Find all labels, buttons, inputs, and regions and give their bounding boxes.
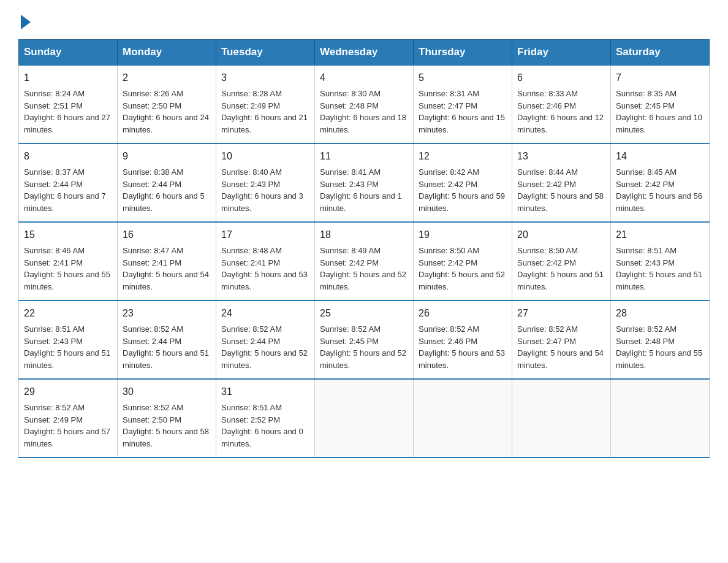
calendar-cell: 14Sunrise: 8:45 AMSunset: 2:42 PMDayligh… bbox=[611, 144, 710, 222]
calendar-week-row: 29Sunrise: 8:52 AMSunset: 2:49 PMDayligh… bbox=[19, 379, 710, 458]
day-info: Sunrise: 8:31 AMSunset: 2:47 PMDaylight:… bbox=[419, 89, 505, 134]
calendar-header-saturday: Saturday bbox=[611, 40, 710, 66]
day-number: 9 bbox=[123, 149, 211, 164]
day-number: 1 bbox=[24, 71, 112, 85]
day-info: Sunrise: 8:41 AMSunset: 2:43 PMDaylight:… bbox=[320, 167, 402, 213]
day-number: 6 bbox=[517, 71, 605, 85]
day-info: Sunrise: 8:45 AMSunset: 2:42 PMDaylight:… bbox=[616, 167, 702, 213]
day-info: Sunrise: 8:51 AMSunset: 2:52 PMDaylight:… bbox=[221, 403, 303, 448]
calendar-cell: 8Sunrise: 8:37 AMSunset: 2:44 PMDaylight… bbox=[19, 144, 118, 222]
day-info: Sunrise: 8:50 AMSunset: 2:42 PMDaylight:… bbox=[517, 246, 604, 291]
day-info: Sunrise: 8:37 AMSunset: 2:44 PMDaylight:… bbox=[24, 167, 106, 213]
day-info: Sunrise: 8:35 AMSunset: 2:45 PMDaylight:… bbox=[616, 89, 702, 134]
day-info: Sunrise: 8:50 AMSunset: 2:42 PMDaylight:… bbox=[419, 246, 505, 291]
day-info: Sunrise: 8:44 AMSunset: 2:42 PMDaylight:… bbox=[517, 167, 604, 213]
calendar-cell bbox=[512, 379, 611, 458]
day-number: 23 bbox=[123, 306, 211, 321]
day-number: 2 bbox=[123, 71, 211, 85]
calendar-cell: 7Sunrise: 8:35 AMSunset: 2:45 PMDaylight… bbox=[611, 65, 710, 144]
calendar-header-friday: Friday bbox=[512, 40, 611, 66]
day-info: Sunrise: 8:52 AMSunset: 2:47 PMDaylight:… bbox=[517, 324, 604, 370]
day-info: Sunrise: 8:33 AMSunset: 2:46 PMDaylight:… bbox=[517, 89, 604, 134]
day-info: Sunrise: 8:46 AMSunset: 2:41 PMDaylight:… bbox=[24, 246, 110, 291]
calendar-week-row: 8Sunrise: 8:37 AMSunset: 2:44 PMDaylight… bbox=[19, 144, 710, 222]
day-info: Sunrise: 8:52 AMSunset: 2:44 PMDaylight:… bbox=[123, 324, 209, 370]
calendar-cell: 22Sunrise: 8:51 AMSunset: 2:43 PMDayligh… bbox=[19, 301, 118, 379]
day-info: Sunrise: 8:52 AMSunset: 2:44 PMDaylight:… bbox=[221, 324, 308, 370]
day-number: 20 bbox=[517, 228, 605, 242]
calendar-cell: 16Sunrise: 8:47 AMSunset: 2:41 PMDayligh… bbox=[118, 222, 216, 301]
day-info: Sunrise: 8:30 AMSunset: 2:48 PMDaylight:… bbox=[320, 89, 406, 134]
calendar-cell: 23Sunrise: 8:52 AMSunset: 2:44 PMDayligh… bbox=[118, 301, 216, 379]
day-number: 19 bbox=[419, 228, 507, 242]
calendar-cell: 11Sunrise: 8:41 AMSunset: 2:43 PMDayligh… bbox=[315, 144, 414, 222]
calendar-cell: 2Sunrise: 8:26 AMSunset: 2:50 PMDaylight… bbox=[118, 65, 216, 144]
day-number: 3 bbox=[221, 71, 309, 85]
calendar-cell: 1Sunrise: 8:24 AMSunset: 2:51 PMDaylight… bbox=[19, 65, 118, 144]
day-number: 15 bbox=[24, 228, 112, 242]
calendar-cell bbox=[611, 379, 710, 458]
calendar-table: SundayMondayTuesdayWednesdayThursdayFrid… bbox=[18, 39, 710, 458]
day-number: 29 bbox=[24, 385, 112, 399]
calendar-cell: 3Sunrise: 8:28 AMSunset: 2:49 PMDaylight… bbox=[216, 65, 315, 144]
calendar-cell: 31Sunrise: 8:51 AMSunset: 2:52 PMDayligh… bbox=[216, 379, 315, 458]
day-info: Sunrise: 8:48 AMSunset: 2:41 PMDaylight:… bbox=[221, 246, 308, 291]
calendar-cell bbox=[315, 379, 414, 458]
day-info: Sunrise: 8:47 AMSunset: 2:41 PMDaylight:… bbox=[123, 246, 209, 291]
day-number: 7 bbox=[616, 71, 704, 85]
calendar-header-thursday: Thursday bbox=[414, 40, 512, 66]
day-number: 4 bbox=[320, 71, 408, 85]
calendar-cell: 17Sunrise: 8:48 AMSunset: 2:41 PMDayligh… bbox=[216, 222, 315, 301]
day-number: 24 bbox=[221, 306, 309, 321]
day-info: Sunrise: 8:40 AMSunset: 2:43 PMDaylight:… bbox=[221, 167, 303, 213]
calendar-week-row: 1Sunrise: 8:24 AMSunset: 2:51 PMDaylight… bbox=[19, 65, 710, 144]
day-info: Sunrise: 8:52 AMSunset: 2:46 PMDaylight:… bbox=[419, 324, 505, 370]
calendar-cell: 24Sunrise: 8:52 AMSunset: 2:44 PMDayligh… bbox=[216, 301, 315, 379]
day-info: Sunrise: 8:51 AMSunset: 2:43 PMDaylight:… bbox=[616, 246, 702, 291]
day-number: 31 bbox=[221, 385, 309, 399]
day-info: Sunrise: 8:24 AMSunset: 2:51 PMDaylight:… bbox=[24, 89, 110, 134]
day-number: 11 bbox=[320, 149, 408, 164]
calendar-cell bbox=[414, 379, 512, 458]
day-number: 13 bbox=[517, 149, 605, 164]
logo bbox=[18, 12, 31, 27]
day-info: Sunrise: 8:42 AMSunset: 2:42 PMDaylight:… bbox=[419, 167, 505, 213]
calendar-header-tuesday: Tuesday bbox=[216, 40, 315, 66]
calendar-header-wednesday: Wednesday bbox=[315, 40, 414, 66]
day-info: Sunrise: 8:49 AMSunset: 2:42 PMDaylight:… bbox=[320, 246, 406, 291]
calendar-cell: 21Sunrise: 8:51 AMSunset: 2:43 PMDayligh… bbox=[611, 222, 710, 301]
day-number: 10 bbox=[221, 149, 309, 164]
day-number: 16 bbox=[123, 228, 211, 242]
day-info: Sunrise: 8:52 AMSunset: 2:49 PMDaylight:… bbox=[24, 403, 110, 448]
calendar-cell: 27Sunrise: 8:52 AMSunset: 2:47 PMDayligh… bbox=[512, 301, 611, 379]
calendar-cell: 12Sunrise: 8:42 AMSunset: 2:42 PMDayligh… bbox=[414, 144, 512, 222]
calendar-cell: 28Sunrise: 8:52 AMSunset: 2:48 PMDayligh… bbox=[611, 301, 710, 379]
calendar-cell: 26Sunrise: 8:52 AMSunset: 2:46 PMDayligh… bbox=[414, 301, 512, 379]
day-info: Sunrise: 8:52 AMSunset: 2:45 PMDaylight:… bbox=[320, 324, 406, 370]
calendar-week-row: 15Sunrise: 8:46 AMSunset: 2:41 PMDayligh… bbox=[19, 222, 710, 301]
day-number: 17 bbox=[221, 228, 309, 242]
day-number: 25 bbox=[320, 306, 408, 321]
day-number: 30 bbox=[123, 385, 211, 399]
calendar-cell: 13Sunrise: 8:44 AMSunset: 2:42 PMDayligh… bbox=[512, 144, 611, 222]
calendar-cell: 18Sunrise: 8:49 AMSunset: 2:42 PMDayligh… bbox=[315, 222, 414, 301]
day-info: Sunrise: 8:38 AMSunset: 2:44 PMDaylight:… bbox=[123, 167, 205, 213]
day-number: 22 bbox=[24, 306, 112, 321]
day-number: 18 bbox=[320, 228, 408, 242]
day-number: 28 bbox=[616, 306, 704, 321]
day-number: 5 bbox=[419, 71, 507, 85]
day-info: Sunrise: 8:28 AMSunset: 2:49 PMDaylight:… bbox=[221, 89, 308, 134]
logo-arrow-icon bbox=[21, 15, 31, 29]
calendar-cell: 25Sunrise: 8:52 AMSunset: 2:45 PMDayligh… bbox=[315, 301, 414, 379]
page-header bbox=[18, 12, 710, 27]
day-number: 21 bbox=[616, 228, 704, 242]
calendar-cell: 9Sunrise: 8:38 AMSunset: 2:44 PMDaylight… bbox=[118, 144, 216, 222]
calendar-week-row: 22Sunrise: 8:51 AMSunset: 2:43 PMDayligh… bbox=[19, 301, 710, 379]
day-number: 14 bbox=[616, 149, 704, 164]
calendar-cell: 15Sunrise: 8:46 AMSunset: 2:41 PMDayligh… bbox=[19, 222, 118, 301]
calendar-cell: 20Sunrise: 8:50 AMSunset: 2:42 PMDayligh… bbox=[512, 222, 611, 301]
calendar-cell: 29Sunrise: 8:52 AMSunset: 2:49 PMDayligh… bbox=[19, 379, 118, 458]
day-info: Sunrise: 8:51 AMSunset: 2:43 PMDaylight:… bbox=[24, 324, 110, 370]
calendar-cell: 19Sunrise: 8:50 AMSunset: 2:42 PMDayligh… bbox=[414, 222, 512, 301]
day-number: 8 bbox=[24, 149, 112, 164]
